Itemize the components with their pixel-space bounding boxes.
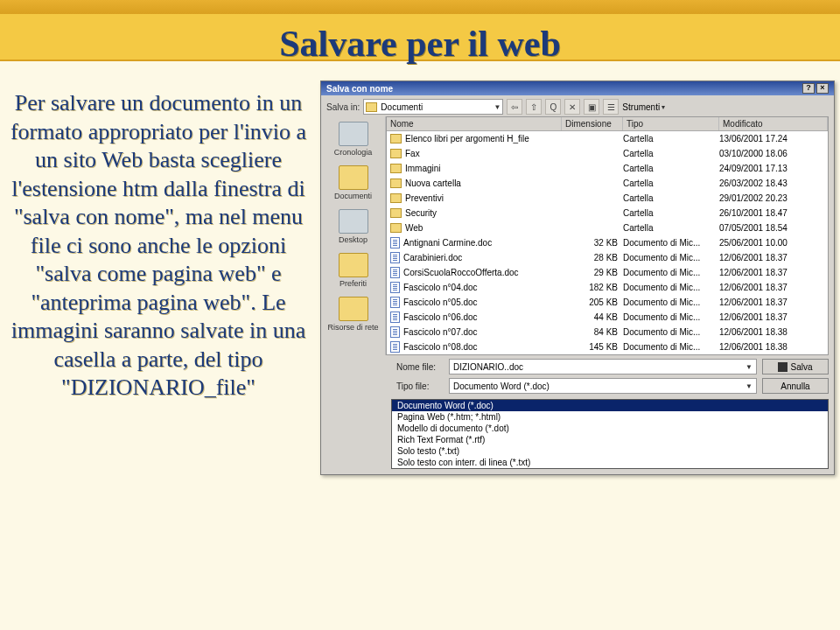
tipofile-value: Documento Word (*.doc) — [453, 382, 550, 391]
file-name: Fascicolo n°07.doc — [403, 327, 478, 337]
word-doc-icon — [390, 326, 400, 338]
tipofile-combo[interactable]: Documento Word (*.doc) ▼ — [449, 378, 757, 394]
nomefile-input[interactable]: DIZIONARIO..doc ▼ — [449, 359, 757, 374]
delete-button[interactable]: ✕ — [564, 99, 580, 115]
file-type: Documento di Mic... — [623, 342, 719, 352]
file-name: Nuova cartella — [405, 178, 461, 188]
file-row[interactable]: Fascicolo n°05.doc205 KBDocumento di Mic… — [387, 295, 828, 310]
back-button[interactable]: ⇦ — [507, 99, 522, 115]
word-doc-icon — [390, 237, 400, 248]
col-mod[interactable]: Modificato — [719, 117, 828, 130]
file-type: Documento di Mic... — [623, 238, 719, 248]
file-mod: 12/06/2001 18.37 — [719, 268, 828, 277]
place-desktop[interactable]: Desktop — [323, 209, 383, 244]
word-doc-icon — [390, 252, 400, 263]
file-size: 32 KB — [562, 238, 623, 248]
file-type: Documento di Mic... — [623, 283, 719, 292]
place-risorse[interactable]: Risorse di rete — [323, 297, 383, 332]
file-row[interactable]: ImmaginiCartella24/09/2001 17.13 — [387, 161, 828, 176]
dialog-title-text: Salva con nome — [326, 84, 393, 94]
file-row[interactable]: Carabinieri.doc28 KBDocumento di Mic...1… — [387, 250, 828, 265]
salvain-combo[interactable]: Documenti ▼ — [363, 99, 503, 115]
file-row[interactable]: Nuova cartellaCartella26/03/2002 18.43 — [387, 176, 828, 191]
body-text: Per salvare un documento in un formato a… — [5, 80, 312, 475]
file-row[interactable]: Elenco libri per argomenti H_fileCartell… — [387, 131, 828, 146]
file-mod: 12/06/2001 18.37 — [719, 283, 828, 292]
file-size: 205 KB — [562, 298, 623, 307]
tipofile-dropdown[interactable]: Documento Word (*.doc)Pagina Web (*.htm;… — [391, 399, 829, 469]
place-preferiti[interactable]: Preferiti — [323, 253, 383, 288]
file-row[interactable]: Fascicolo n°08.doc145 KBDocumento di Mic… — [387, 340, 828, 354]
slide-accent-bar — [0, 0, 840, 14]
help-icon[interactable]: ? — [802, 83, 815, 94]
folder-icon — [366, 102, 377, 112]
file-list-header[interactable]: Nome Dimensione Tipo Modificato — [387, 117, 828, 131]
file-size: 29 KB — [562, 268, 623, 277]
save-dialog: Salva con nome ? × Salva in: Documenti ▼… — [320, 80, 835, 475]
file-type: Documento di Mic... — [623, 312, 719, 322]
cancel-button[interactable]: Annulla — [762, 378, 829, 394]
type-option[interactable]: Rich Text Format (*.rtf) — [392, 434, 828, 445]
file-row[interactable]: Antignani Carmine.doc32 KBDocumento di M… — [387, 235, 828, 250]
type-option[interactable]: Solo testo (*.txt) — [392, 445, 828, 457]
file-mod: 12/06/2001 18.38 — [719, 342, 828, 352]
file-mod: 03/10/2000 18.06 — [719, 149, 828, 158]
folder-icon — [390, 208, 402, 218]
type-option[interactable]: Documento Word (*.doc) — [392, 400, 828, 411]
chevron-down-icon: ▼ — [494, 103, 500, 111]
dialog-titlebar[interactable]: Salva con nome ? × — [321, 81, 834, 95]
views-button[interactable]: ☰ — [603, 99, 619, 115]
file-mod: 12/06/2001 18.37 — [719, 253, 828, 262]
close-icon[interactable]: × — [816, 83, 829, 94]
file-name: Antignani Carmine.doc — [403, 238, 492, 248]
file-type: Documento di Mic... — [623, 298, 719, 307]
place-label: Risorse di rete — [323, 323, 383, 332]
file-row[interactable]: CorsiScuolaRoccoOfferta.doc29 KBDocument… — [387, 265, 828, 280]
folder-icon — [390, 149, 402, 158]
file-row[interactable]: FaxCartella03/10/2000 18.06 — [387, 146, 828, 161]
file-row[interactable]: Fascicolo n°04.doc182 KBDocumento di Mic… — [387, 280, 828, 295]
folder-icon — [390, 193, 402, 203]
type-option[interactable]: Modello di documento (*.dot) — [392, 423, 828, 434]
file-name: CorsiScuolaRoccoOfferta.doc — [403, 268, 519, 277]
save-button[interactable]: Salva — [762, 359, 829, 374]
word-doc-icon — [390, 267, 400, 278]
file-name: Preventivi — [405, 193, 444, 203]
file-row[interactable]: SecurityCartella26/10/2001 18.47 — [387, 206, 828, 220]
file-mod: 12/06/2001 18.37 — [719, 312, 828, 322]
dialog-toolbar: Salva in: Documenti ▼ ⇦ ⇧ Q ✕ ▣ ☰ Strume… — [321, 95, 834, 116]
cancel-label: Annulla — [780, 382, 809, 391]
file-name: Fax — [405, 149, 420, 158]
file-type: Cartella — [623, 164, 719, 173]
file-row[interactable]: WebCartella07/05/2001 18.54 — [387, 220, 828, 235]
file-mod: 24/09/2001 17.13 — [719, 164, 828, 173]
file-type: Cartella — [623, 178, 719, 188]
file-mod: 13/06/2001 17.24 — [719, 134, 828, 144]
word-doc-icon — [390, 312, 400, 323]
search-web-button[interactable]: Q — [545, 99, 561, 115]
up-button[interactable]: ⇧ — [526, 99, 542, 115]
file-type: Cartella — [623, 208, 719, 218]
type-option[interactable]: Pagina Web (*.htm; *.html) — [392, 411, 828, 423]
place-cronologia[interactable]: Cronologia — [323, 122, 383, 157]
file-name: Fascicolo n°05.doc — [403, 298, 478, 307]
file-row[interactable]: Fascicolo n°06.doc44 KBDocumento di Mic.… — [387, 310, 828, 325]
file-row[interactable]: Fascicolo n°07.doc84 KBDocumento di Mic.… — [387, 325, 828, 340]
file-list-pane[interactable]: Nome Dimensione Tipo Modificato Elenco l… — [386, 116, 829, 355]
col-name[interactable]: Nome — [387, 117, 562, 130]
nomefile-value: DIZIONARIO..doc — [453, 362, 523, 372]
file-name: Web — [405, 223, 423, 233]
file-type: Cartella — [623, 193, 719, 203]
file-mod: 12/06/2001 18.37 — [719, 298, 828, 307]
new-folder-button[interactable]: ▣ — [584, 99, 599, 115]
col-size[interactable]: Dimensione — [562, 117, 623, 130]
tools-menu[interactable]: Strumenti ▾ — [622, 102, 665, 112]
file-mod: 26/03/2002 18.43 — [719, 178, 828, 188]
place-documenti[interactable]: Documenti — [323, 165, 383, 200]
file-row[interactable]: PreventiviCartella29/01/2002 20.23 — [387, 191, 828, 206]
file-type: Documento di Mic... — [623, 253, 719, 262]
type-option[interactable]: Solo testo con interr. di linea (*.txt) — [392, 457, 828, 468]
word-doc-icon — [390, 282, 400, 293]
place-label: Cronologia — [323, 148, 383, 157]
col-type[interactable]: Tipo — [623, 117, 719, 130]
